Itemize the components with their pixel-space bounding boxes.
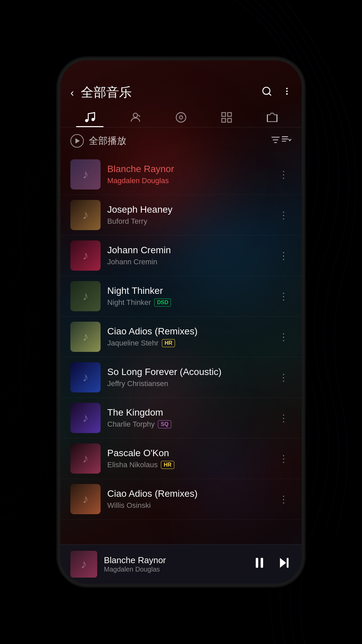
play-all-button[interactable]: 全部播放 <box>70 134 270 148</box>
svg-rect-20 <box>256 558 258 568</box>
tab-folders-grid[interactable] <box>204 106 249 127</box>
search-icon[interactable] <box>261 86 272 99</box>
song-item-5[interactable]: Ciao Adios (Remixes) Jaqueline Stehr HR … <box>60 317 302 357</box>
svg-point-3 <box>286 91 288 92</box>
svg-rect-12 <box>222 118 226 122</box>
song-title-2: Joseph Heaney <box>107 204 269 215</box>
badge-sq-7: SQ <box>158 420 171 428</box>
song-thumb-3 <box>70 240 101 271</box>
svg-point-7 <box>133 113 138 117</box>
song-title-6: So Long Forever (Acoustic) <box>107 367 269 377</box>
song-list: Blanche Raynor Magdalen Douglas ⋮ Joseph… <box>60 154 302 544</box>
song-subtitle-5: Jaqueline Stehr HR <box>107 339 269 347</box>
song-item-4[interactable]: Night Thinker Night Thinker DSD ⋮ <box>60 276 302 317</box>
tab-albums[interactable] <box>158 106 204 127</box>
now-playing-title: Blanche Raynor <box>104 555 252 566</box>
now-playing-bar[interactable]: Blanche Raynor Magdalen Douglas <box>60 544 302 584</box>
header-icons <box>261 86 292 99</box>
svg-point-2 <box>286 88 288 90</box>
song-artist-5: Jaqueline Stehr <box>107 339 159 347</box>
sort-icon[interactable] <box>270 135 292 148</box>
tab-bar <box>60 106 302 127</box>
more-button-6[interactable]: ⋮ <box>276 369 292 386</box>
song-title-3: Johann Cremin <box>107 245 269 256</box>
song-info-5: Ciao Adios (Remixes) Jaqueline Stehr HR <box>107 326 269 347</box>
badge-hr-8: HR <box>161 461 174 469</box>
more-button-4[interactable]: ⋮ <box>276 287 292 305</box>
song-item-6[interactable]: So Long Forever (Acoustic) Jeffry Christ… <box>60 357 302 398</box>
now-playing-info: Blanche Raynor Magdalen Douglas <box>104 555 252 573</box>
svg-rect-23 <box>287 558 289 568</box>
svg-rect-11 <box>228 113 231 116</box>
phone-frame: ‹ 全部音乐 <box>60 60 302 584</box>
svg-marker-22 <box>280 558 286 568</box>
more-button-9[interactable]: ⋮ <box>276 490 292 508</box>
song-thumb-8 <box>70 443 101 474</box>
song-subtitle-9: Willis Osinski <box>107 501 269 510</box>
song-item-3[interactable]: Johann Cremin Johann Cremin ⋮ <box>60 235 302 276</box>
song-item-2[interactable]: Joseph Heaney Buford Terry ⋮ <box>60 195 302 235</box>
more-button-5[interactable]: ⋮ <box>276 328 292 346</box>
song-artist-3: Johann Cremin <box>107 258 157 266</box>
song-info-3: Johann Cremin Johann Cremin <box>107 245 269 266</box>
play-circle-icon <box>70 134 84 148</box>
song-info-9: Ciao Adios (Remixes) Willis Osinski <box>107 488 269 510</box>
song-info-6: So Long Forever (Acoustic) Jeffry Christ… <box>107 367 269 388</box>
song-title-4: Night Thinker <box>107 285 269 296</box>
svg-point-4 <box>286 93 288 95</box>
song-thumb-7 <box>70 403 101 433</box>
song-title-9: Ciao Adios (Remixes) <box>107 488 269 499</box>
back-button[interactable]: ‹ <box>70 87 74 98</box>
page-title: 全部音乐 <box>81 84 261 101</box>
svg-point-5 <box>85 119 88 122</box>
more-vertical-icon[interactable] <box>282 86 292 99</box>
more-button-2[interactable]: ⋮ <box>276 206 292 224</box>
now-playing-artist: Magdalen Douglas <box>104 566 252 573</box>
song-thumb-5 <box>70 322 101 352</box>
tab-songs[interactable] <box>67 106 113 127</box>
song-thumb-6 <box>70 362 101 392</box>
song-thumb-1 <box>70 159 101 190</box>
song-subtitle-3: Johann Cremin <box>107 258 269 266</box>
tab-local[interactable] <box>249 106 295 127</box>
svg-point-6 <box>92 118 95 121</box>
svg-rect-21 <box>261 558 263 568</box>
song-item-8[interactable]: Pascale O'Kon Elisha Nikolaus HR ⋮ <box>60 438 302 479</box>
svg-rect-10 <box>222 113 226 116</box>
more-button-3[interactable]: ⋮ <box>276 247 292 265</box>
play-triangle-icon <box>75 138 80 144</box>
song-item-9[interactable]: Ciao Adios (Remixes) Willis Osinski ⋮ <box>60 479 302 520</box>
more-button-1[interactable]: ⋮ <box>276 166 292 183</box>
song-thumb-2 <box>70 200 101 230</box>
song-subtitle-2: Buford Terry <box>107 217 269 226</box>
song-artist-2: Buford Terry <box>107 217 147 226</box>
pause-button[interactable] <box>252 555 267 573</box>
song-item-1[interactable]: Blanche Raynor Magdalen Douglas ⋮ <box>60 154 302 195</box>
song-item-7[interactable]: The Kingdom Charlie Torphy SQ ⋮ <box>60 398 302 438</box>
song-artist-4: Night Thinker <box>107 298 151 307</box>
song-thumb-9 <box>70 484 101 514</box>
song-title-5: Ciao Adios (Remixes) <box>107 326 269 337</box>
play-all-bar: 全部播放 <box>60 127 302 154</box>
song-title-7: The Kingdom <box>107 407 269 418</box>
song-thumb-4 <box>70 281 101 311</box>
screen-content: ‹ 全部音乐 <box>60 60 302 584</box>
song-subtitle-7: Charlie Torphy SQ <box>107 420 269 429</box>
badge-dsd-4: DSD <box>154 299 171 307</box>
song-subtitle-8: Elisha Nikolaus HR <box>107 461 269 469</box>
svg-rect-17 <box>282 136 288 137</box>
song-info-1: Blanche Raynor Magdalen Douglas <box>107 164 269 185</box>
song-info-7: The Kingdom Charlie Torphy SQ <box>107 407 269 429</box>
tab-artists[interactable] <box>113 106 158 127</box>
more-button-8[interactable]: ⋮ <box>276 450 292 468</box>
song-artist-7: Charlie Torphy <box>107 420 155 429</box>
more-button-7[interactable]: ⋮ <box>276 409 292 427</box>
song-title-8: Pascale O'Kon <box>107 448 269 459</box>
song-info-2: Joseph Heaney Buford Terry <box>107 204 269 226</box>
song-artist-9: Willis Osinski <box>107 501 151 510</box>
svg-line-1 <box>269 93 271 95</box>
now-playing-thumb <box>70 551 97 578</box>
song-info-8: Pascale O'Kon Elisha Nikolaus HR <box>107 448 269 469</box>
next-button[interactable] <box>277 555 292 573</box>
song-artist-8: Elisha Nikolaus <box>107 461 158 469</box>
